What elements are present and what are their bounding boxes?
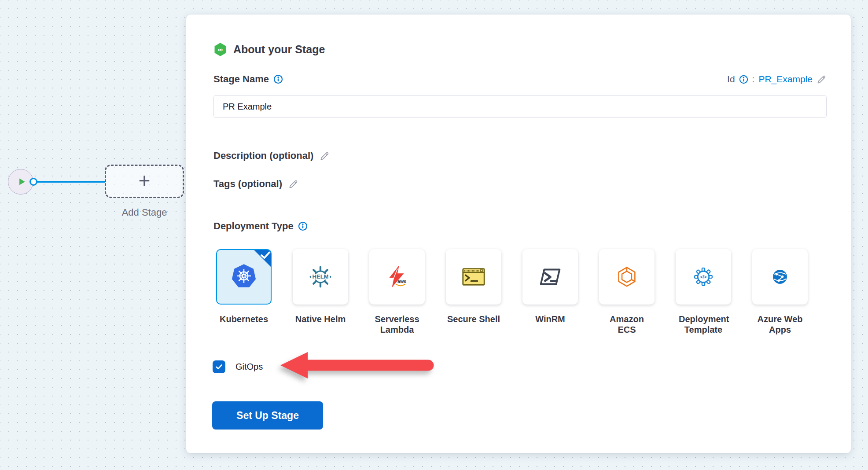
setup-stage-button[interactable]: Set Up Stage xyxy=(212,401,323,430)
deployment-type-card[interactable] xyxy=(752,249,808,305)
info-icon[interactable] xyxy=(298,221,308,231)
svg-text:HELM: HELM xyxy=(312,273,328,280)
deployment-type-card[interactable] xyxy=(446,249,501,305)
stage-name-input[interactable] xyxy=(213,95,827,118)
about-stage-panel: ∞ About your Stage Stage Name Id : PR_Ex… xyxy=(186,15,851,453)
deployment-type-option-label: Serverless Lambda xyxy=(372,314,422,335)
deployment-type-option-label: Native Helm xyxy=(290,314,351,325)
panel-header: ∞ About your Stage xyxy=(213,43,325,56)
tags-row: Tags (optional) xyxy=(213,178,298,190)
add-stage-button[interactable]: + xyxy=(105,165,184,198)
deployment-type-option-serverless-lambda[interactable]: aws Serverless Lambda xyxy=(369,249,425,335)
deployment-type-option-label: Amazon ECS xyxy=(605,314,649,335)
deployment-type-options: Kubernetes HELM Native Helm xyxy=(216,249,808,335)
deployment-type-option-deployment-template[interactable]: </> Deployment Template xyxy=(676,249,731,335)
deployment-type-card[interactable]: HELM xyxy=(293,249,348,305)
azure-web-apps-icon xyxy=(766,263,794,290)
gitops-row: GitOps xyxy=(213,360,263,373)
deployment-type-option-native-helm[interactable]: HELM Native Helm xyxy=(293,249,348,335)
deployment-type-card[interactable] xyxy=(599,249,655,305)
selected-check-corner xyxy=(253,250,271,268)
connector-port xyxy=(29,178,37,186)
id-separator: : xyxy=(752,74,755,84)
secure-shell-icon xyxy=(460,263,487,290)
serverless-lambda-icon: aws xyxy=(383,263,411,290)
deployment-type-card[interactable]: aws xyxy=(369,249,425,305)
info-icon[interactable] xyxy=(739,75,748,84)
description-row: Description (optional) xyxy=(213,150,330,162)
svg-text:aws: aws xyxy=(397,279,406,284)
winrm-icon xyxy=(537,263,564,290)
deploy-stage-icon: ∞ xyxy=(213,43,227,56)
id-label: Id xyxy=(727,74,735,84)
deployment-type-option-label: Deployment Template xyxy=(679,314,728,335)
amazon-ecs-icon xyxy=(613,263,640,290)
svg-text:∞: ∞ xyxy=(218,46,223,53)
plus-icon: + xyxy=(139,170,151,191)
deployment-type-card[interactable]: </> xyxy=(676,249,731,305)
deployment-type-card[interactable] xyxy=(216,249,272,305)
add-stage-label: Add Stage xyxy=(105,207,184,218)
deployment-type-option-kubernetes[interactable]: Kubernetes xyxy=(216,249,272,335)
red-annotation-arrow xyxy=(279,351,441,382)
deployment-type-row: Deployment Type xyxy=(213,220,308,232)
stage-name-label: Stage Name xyxy=(213,73,269,85)
deployment-type-option-label: WinRM xyxy=(519,314,581,325)
deployment-type-option-amazon-ecs[interactable]: Amazon ECS xyxy=(599,249,655,335)
deployment-type-option-secure-shell[interactable]: Secure Shell xyxy=(446,249,501,335)
gitops-checkbox[interactable] xyxy=(213,360,225,373)
deployment-template-icon: </> xyxy=(690,263,717,290)
edit-pencil-icon[interactable] xyxy=(817,74,827,84)
info-icon[interactable] xyxy=(273,74,283,84)
deployment-type-option-label: Azure Web Apps xyxy=(755,314,805,335)
play-icon xyxy=(16,176,27,187)
helm-icon: HELM xyxy=(307,263,334,290)
stage-name-row: Stage Name Id : PR_Example xyxy=(213,73,827,85)
svg-text:</>: </> xyxy=(700,275,707,279)
panel-title: About your Stage xyxy=(233,43,325,56)
edit-pencil-icon[interactable] xyxy=(288,179,298,189)
id-value: PR_Example xyxy=(758,74,813,84)
deployment-type-option-winrm[interactable]: WinRM xyxy=(522,249,578,335)
deployment-type-option-azure-web-apps[interactable]: Azure Web Apps xyxy=(752,249,808,335)
deployment-type-option-label: Kubernetes xyxy=(213,314,275,325)
gitops-label: GitOps xyxy=(235,362,263,372)
edit-pencil-icon[interactable] xyxy=(320,151,330,161)
deployment-type-option-label: Secure Shell xyxy=(443,314,504,325)
tags-label: Tags (optional) xyxy=(213,178,282,190)
connector-line xyxy=(37,181,105,183)
deployment-type-card[interactable] xyxy=(522,249,578,305)
description-label: Description (optional) xyxy=(213,150,313,162)
check-icon xyxy=(214,362,224,371)
stage-id-group: Id : PR_Example xyxy=(727,74,827,84)
deployment-type-label: Deployment Type xyxy=(213,220,294,232)
